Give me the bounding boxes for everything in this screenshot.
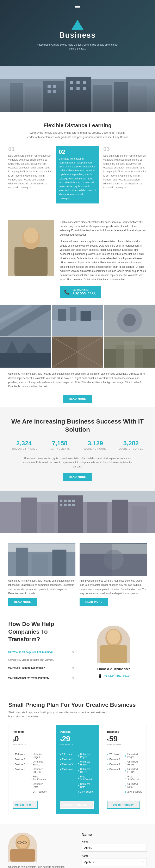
contact-left: Ut enim ad minim veniam, quis nostrud ex… bbox=[8, 833, 73, 868]
pricing-price-business: $59 bbox=[107, 735, 143, 743]
gallery-item-1 bbox=[0, 305, 51, 336]
blog-card-1: Ut enim ad minim veniam, quis nostrud ex… bbox=[8, 543, 75, 606]
stat-coffee-label: COURS OF COFFEE bbox=[115, 447, 147, 450]
stat-clients: 7,158 HAPPY CLIENTS bbox=[44, 440, 76, 450]
pricing-period-business: PER MONTH bbox=[107, 743, 143, 746]
gallery-item-3 bbox=[104, 305, 155, 336]
profile-section: Each color evokes different emotions for… bbox=[0, 214, 155, 305]
features-grid: 01 Duis aute irure dolor in reprehenderi… bbox=[8, 146, 147, 204]
contact-name-label: Name bbox=[82, 840, 147, 843]
svg-rect-7 bbox=[114, 82, 128, 112]
svg-rect-57 bbox=[68, 500, 71, 502]
logo-triangle-icon bbox=[71, 20, 84, 30]
flexible-subtitle: We provide flexible and 24/7 online lear… bbox=[26, 131, 129, 140]
pricing-btn-team[interactable]: Upload Free → bbox=[12, 801, 38, 809]
stats-section: We Are Increasing Business Success With … bbox=[0, 407, 155, 491]
pricing-features-left-team: 75 Users Feature 2 Feature 3 Feature 4 bbox=[12, 752, 30, 794]
faq-item-2[interactable]: 02. House Painting Essentials? ∨ bbox=[8, 663, 74, 673]
pricing-feature: Feature 2 bbox=[107, 757, 124, 762]
contact-person-image bbox=[8, 833, 37, 862]
svg-rect-11 bbox=[47, 90, 51, 93]
gallery-read-more-button[interactable]: READ MORE bbox=[63, 395, 92, 403]
contact-name-input[interactable] bbox=[82, 844, 147, 851]
gallery-btn-container: READ MORE bbox=[0, 393, 155, 407]
faq-left: How Do We Help Companies To Transform? 0… bbox=[8, 620, 74, 683]
pricing-card-business: Business $59 PER MONTH 75 Users Feature … bbox=[103, 725, 147, 814]
pricing-grid: For Team $0 PER MONTH 75 Users Feature 2… bbox=[8, 725, 147, 814]
svg-rect-14 bbox=[76, 81, 80, 84]
svg-rect-67 bbox=[52, 550, 66, 576]
call-label: Call Us Anytime bbox=[73, 289, 96, 291]
pricing-subtitle: Start using static.app as a hosting for … bbox=[8, 710, 112, 719]
pricing-feature: Free SubDomain bbox=[31, 774, 48, 782]
hero-subtitle: Fusce pede. Click to select! Here the te… bbox=[36, 43, 119, 51]
svg-rect-29 bbox=[58, 309, 66, 321]
blog-read-more-2[interactable]: READ MORE bbox=[80, 598, 108, 606]
hero-logo-text: Business bbox=[59, 31, 96, 39]
svg-rect-18 bbox=[83, 87, 86, 90]
pricing-btn-business[interactable]: Proceed Annually → bbox=[107, 801, 140, 809]
pricing-price-personal: $29 bbox=[60, 735, 95, 743]
svg-rect-52 bbox=[87, 502, 108, 533]
blog-image-2 bbox=[80, 543, 147, 576]
svg-rect-17 bbox=[76, 87, 80, 90]
hero-section: Business Fusce pede. Click to select! He… bbox=[0, 0, 155, 66]
faq-item-3[interactable]: 03. Plan Ahead for Home Painting? ∨ bbox=[8, 673, 74, 683]
call-text: Call Us Anytime +92 555 77 88 bbox=[73, 289, 96, 296]
phone-icon: 📞 bbox=[64, 289, 70, 295]
pricing-feature: Feature 2 bbox=[60, 757, 77, 762]
faq-title: How Do We Help Companies To Transform? bbox=[8, 620, 74, 643]
pricing-btn-personal[interactable]: Discount Annually → bbox=[60, 801, 93, 809]
contact-left-text: Ut enim ad minim veniam, quis nostrud ex… bbox=[8, 865, 73, 868]
gallery-text-section: Ut enim ad minim veniam, quis nostrud ex… bbox=[0, 368, 155, 393]
svg-rect-71 bbox=[80, 544, 112, 576]
blog-image-1 bbox=[8, 543, 75, 576]
contact-select[interactable]: Apply S Option 2 Option 3 bbox=[82, 858, 147, 866]
pricing-feature: Feature 4 bbox=[60, 767, 77, 772]
svg-rect-61 bbox=[68, 504, 71, 506]
pricing-feature: Feature 3 bbox=[60, 762, 77, 767]
phone-icon: 📱 bbox=[98, 674, 102, 678]
faq-person-image bbox=[97, 626, 130, 663]
building-image-2 bbox=[0, 491, 155, 533]
blog-section: Ut enim ad minim veniam, quis nostrud ex… bbox=[0, 533, 155, 612]
svg-rect-10 bbox=[53, 85, 56, 88]
svg-rect-58 bbox=[72, 500, 75, 502]
svg-rect-3 bbox=[25, 87, 41, 112]
svg-point-34 bbox=[123, 314, 135, 327]
hamburger-menu[interactable] bbox=[75, 4, 80, 9]
stat-hours-label: WORKING HOURS bbox=[80, 447, 111, 450]
pricing-feature: Free SubDomain bbox=[78, 774, 95, 782]
faq-item-1[interactable]: 01. What is off page seo link building? … bbox=[8, 647, 74, 657]
svg-rect-55 bbox=[60, 500, 63, 502]
pricing-feature: Unlimited Data bbox=[125, 782, 143, 789]
blog-excerpt-2: Animi veniam dolores tempora fugit esse … bbox=[80, 579, 147, 596]
hero-building-image bbox=[0, 66, 155, 112]
pricing-feature: Unlimited HTTPS bbox=[31, 767, 48, 774]
stats-read-more-button[interactable]: READ MORE bbox=[63, 473, 92, 481]
blog-read-more-1[interactable]: READ MORE bbox=[8, 598, 37, 606]
feature-text-2: Duis aute irure dolor in reprehenderit i… bbox=[59, 157, 96, 200]
profile-body-2: Ut enim ad minim veniam, quis nostrud ex… bbox=[60, 239, 147, 282]
faq-chevron-3-icon: ∨ bbox=[72, 676, 74, 680]
pricing-card-team: For Team $0 PER MONTH 75 Users Feature 2… bbox=[8, 725, 52, 814]
feature-item-3: 03 Duis aute irure dolor in reprehenderi… bbox=[103, 146, 147, 204]
pricing-period-personal: PER MONTH bbox=[60, 743, 95, 746]
pricing-feature: Feature 2 bbox=[12, 757, 30, 762]
pricing-feature: Free SubDomain bbox=[125, 774, 143, 782]
pricing-feature: 75 Users bbox=[60, 752, 77, 757]
svg-rect-0 bbox=[0, 66, 155, 112]
feature-num-3: 03 bbox=[103, 146, 147, 152]
blog-grid: Ut enim ad minim veniam, quis nostrud ex… bbox=[8, 543, 147, 606]
pricing-feature: Unlimited Hunks bbox=[125, 760, 143, 767]
stat-hours: 3,129 WORKING HOURS bbox=[80, 440, 111, 450]
gallery-item-5 bbox=[52, 337, 103, 368]
svg-rect-8 bbox=[130, 86, 147, 112]
svg-rect-13 bbox=[70, 81, 73, 84]
pricing-period-team: PER MONTH bbox=[12, 743, 48, 746]
pricing-feature: 24/7 Support bbox=[31, 789, 48, 794]
svg-point-75 bbox=[107, 629, 120, 644]
svg-rect-62 bbox=[72, 504, 75, 506]
faq-chevron-1-icon: ∨ bbox=[72, 650, 74, 654]
pricing-title: Small Pricing Plan For Your Creative Bus… bbox=[8, 702, 147, 708]
